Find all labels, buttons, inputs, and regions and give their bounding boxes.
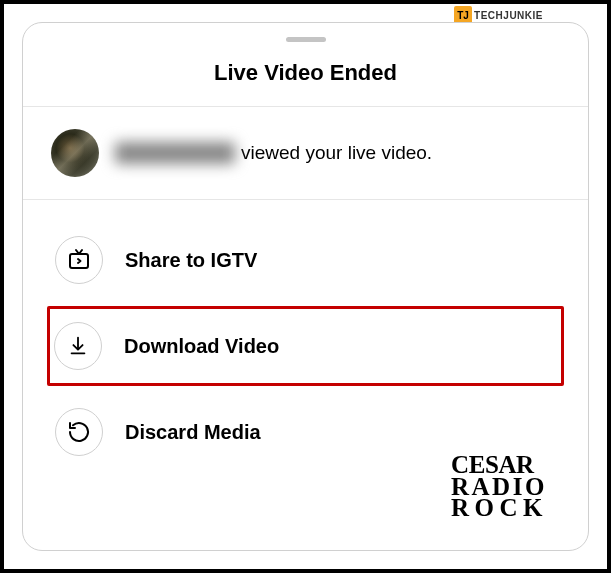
download-icon — [54, 322, 102, 370]
download-video-button[interactable]: Download Video — [47, 306, 564, 386]
viewer-text: viewed your live video. — [241, 142, 432, 164]
viewers-row[interactable]: viewed your live video. — [23, 107, 588, 200]
discard-icon — [55, 408, 103, 456]
download-video-label: Download Video — [124, 335, 279, 358]
viewer-name-blurred — [115, 142, 235, 164]
cesar-radio-rock-watermark: Cesar Radio Rock — [451, 454, 548, 518]
tj-text: TECHJUNKIE — [474, 10, 543, 21]
share-igtv-button[interactable]: Share to IGTV — [51, 220, 560, 300]
sheet-title: Live Video Ended — [23, 42, 588, 107]
bottom-sheet: Live Video Ended viewed your live video.… — [22, 22, 589, 551]
share-igtv-label: Share to IGTV — [125, 249, 257, 272]
outer-frame: TJ TECHJUNKIE Live Video Ended viewed yo… — [4, 4, 607, 569]
viewer-avatar — [51, 129, 99, 177]
igtv-icon — [55, 236, 103, 284]
discard-media-label: Discard Media — [125, 421, 261, 444]
options-list: Share to IGTV Download Video — [23, 200, 588, 492]
